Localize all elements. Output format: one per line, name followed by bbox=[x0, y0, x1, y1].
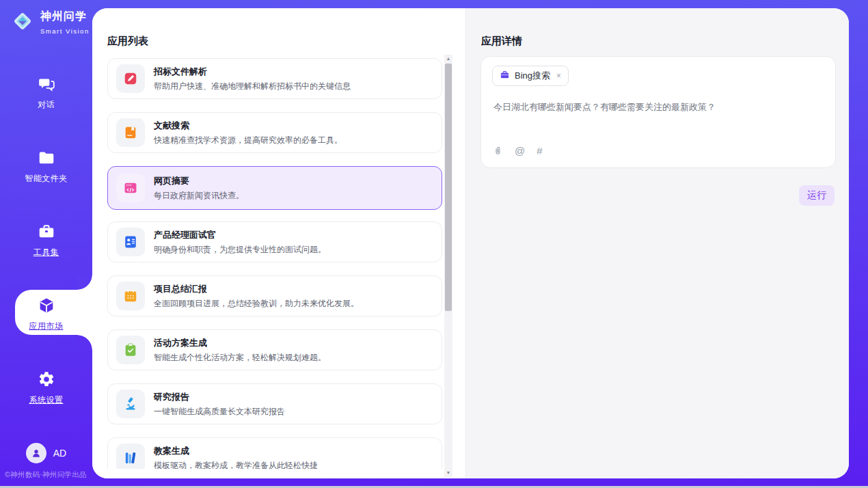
sidebar-item-label: 系统设置 bbox=[0, 394, 92, 406]
list-scrollbar[interactable]: ▲ ▼ bbox=[444, 55, 452, 477]
app-card-description: 全面回顾项目进展，总结经验教训，助力未来优化发展。 bbox=[154, 298, 359, 310]
app-card[interactable]: 网页摘要 每日政府新闻资讯快查。 bbox=[107, 166, 442, 210]
app-card-title: 项目总结汇报 bbox=[154, 283, 359, 295]
sidebar-item-label: 工具集 bbox=[0, 247, 92, 258]
sidebar-item-chat[interactable]: 对话 bbox=[0, 75, 92, 111]
app-card-description: 快速精准查找学术资源，提高研究效率的必备工具。 bbox=[154, 135, 342, 146]
composer-toolbar: @ # bbox=[493, 145, 543, 157]
app-list-title: 应用列表 bbox=[107, 35, 148, 48]
hashtag-icon[interactable]: # bbox=[537, 146, 542, 157]
bid-document-icon bbox=[116, 64, 145, 93]
user-avatar-icon bbox=[26, 443, 46, 463]
main-content: 应用列表 招标文件解析 帮助用户快速、准确地理解和解析招标书中的关键信息 文献搜… bbox=[92, 8, 849, 478]
toolbox-icon bbox=[38, 231, 55, 243]
brand-text: 神州问学 Smart Vision bbox=[40, 10, 92, 36]
sidebar-item-folder[interactable]: 智能文件夹 bbox=[0, 149, 92, 185]
research-report-icon bbox=[116, 390, 145, 418]
tool-tag-label: Bing搜索 bbox=[515, 70, 550, 82]
sidebar-item-gear[interactable]: 系统设置 bbox=[0, 370, 92, 406]
app-card-description: 明确身份和职责，为您提供专业性的面试问题。 bbox=[154, 244, 326, 256]
app-card[interactable]: 教案生成 模板驱动，教案秒成，教学准备从此轻松快捷 bbox=[107, 437, 442, 469]
diamond-logo-icon bbox=[10, 9, 35, 36]
sidebar-item-label: 对话 bbox=[0, 99, 92, 111]
scroll-up-icon[interactable]: ▲ bbox=[444, 55, 452, 62]
app-card-title: 活动方案生成 bbox=[154, 337, 326, 349]
app-card-description: 智能生成个性化活动方案，轻松解决规划难题。 bbox=[154, 352, 326, 364]
app-card[interactable]: 招标文件解析 帮助用户快速、准确地理解和解析招标书中的关键信息 bbox=[107, 58, 442, 99]
app-card-list: 招标文件解析 帮助用户快速、准确地理解和解析招标书中的关键信息 文献搜索 快速精… bbox=[107, 58, 442, 469]
briefcase-icon bbox=[500, 70, 510, 83]
app-card-title: 研究报告 bbox=[154, 391, 285, 403]
app-card-title: 文献搜索 bbox=[154, 120, 342, 132]
scroll-down-icon[interactable]: ▼ bbox=[444, 470, 452, 476]
web-summary-icon bbox=[116, 174, 145, 202]
project-report-icon bbox=[116, 282, 145, 310]
app-card[interactable]: 研究报告 一键智能生成高质量长文本研究报告 bbox=[107, 383, 442, 424]
sidebar: 神州问学 Smart Vision 对话 智能文件夹 工具集 应用市场 系统设置… bbox=[0, 0, 92, 486]
app-list-panel: 应用列表 招标文件解析 帮助用户快速、准确地理解和解析招标书中的关键信息 文献搜… bbox=[92, 8, 465, 478]
app-card-description: 每日政府新闻资讯快查。 bbox=[154, 190, 244, 202]
app-card-description: 一键智能生成高质量长文本研究报告 bbox=[154, 406, 285, 418]
app-card[interactable]: 活动方案生成 智能生成个性化活动方案，轻松解决规划难题。 bbox=[107, 329, 442, 370]
app-card-title: 教案生成 bbox=[154, 445, 318, 457]
app-card-title: 招标文件解析 bbox=[154, 66, 351, 78]
app-card-title: 产品经理面试官 bbox=[154, 229, 326, 241]
composer-card[interactable]: Bing搜索 × 今日湖北有哪些新闻要点？有哪些需要关注的最新政策？ @ # bbox=[480, 56, 836, 168]
app-card[interactable]: 文献搜索 快速精准查找学术资源，提高研究效率的必备工具。 bbox=[107, 112, 442, 153]
user-name: AD bbox=[53, 448, 66, 459]
folder-icon bbox=[38, 157, 55, 169]
gear-icon bbox=[38, 379, 55, 390]
activity-plan-icon bbox=[116, 336, 145, 364]
tool-tag-bing-search[interactable]: Bing搜索 × bbox=[492, 66, 569, 86]
app-detail-panel: 应用详情 Bing搜索 × 今日湖北有哪些新闻要点？有哪些需要关注的最新政策？ bbox=[465, 8, 849, 478]
query-text[interactable]: 今日湖北有哪些新闻要点？有哪些需要关注的最新政策？ bbox=[493, 100, 823, 114]
chat-icon bbox=[38, 83, 55, 95]
brand-name: 神州问学 bbox=[40, 10, 87, 22]
app-card-title: 网页摘要 bbox=[154, 175, 244, 187]
brand-tagline: Smart Vision bbox=[40, 27, 90, 35]
run-button[interactable]: 运行 bbox=[799, 185, 835, 206]
tag-close-icon[interactable]: × bbox=[556, 71, 561, 81]
interviewer-icon bbox=[116, 228, 145, 256]
sidebar-item-toolbox[interactable]: 工具集 bbox=[0, 223, 92, 258]
literature-search-icon bbox=[116, 118, 145, 147]
lesson-plan-icon bbox=[116, 444, 145, 469]
app-card-description: 帮助用户快速、准确地理解和解析招标书中的关键信息 bbox=[154, 81, 351, 92]
sidebar-item-cube[interactable]: 应用市场 bbox=[0, 297, 92, 332]
scrollbar-thumb[interactable] bbox=[445, 64, 452, 311]
app-detail-title: 应用详情 bbox=[481, 35, 522, 48]
app-card[interactable]: 产品经理面试官 明确身份和职责，为您提供专业性的面试问题。 bbox=[107, 221, 442, 262]
attachment-icon[interactable] bbox=[493, 145, 503, 157]
brand-logo: 神州问学 Smart Vision bbox=[10, 9, 92, 36]
app-card-description: 模板驱动，教案秒成，教学准备从此轻松快捷 bbox=[154, 460, 318, 470]
mention-icon[interactable]: @ bbox=[515, 146, 525, 157]
cube-icon bbox=[38, 305, 55, 316]
sidebar-item-label: 应用市场 bbox=[0, 321, 92, 332]
copyright-text: ©神州数码·神州问学出品 bbox=[5, 470, 87, 480]
user-account[interactable]: AD bbox=[0, 443, 92, 463]
app-card[interactable]: 项目总结汇报 全面回顾项目进展，总结经验教训，助力未来优化发展。 bbox=[107, 275, 442, 316]
sidebar-item-label: 智能文件夹 bbox=[0, 173, 92, 185]
